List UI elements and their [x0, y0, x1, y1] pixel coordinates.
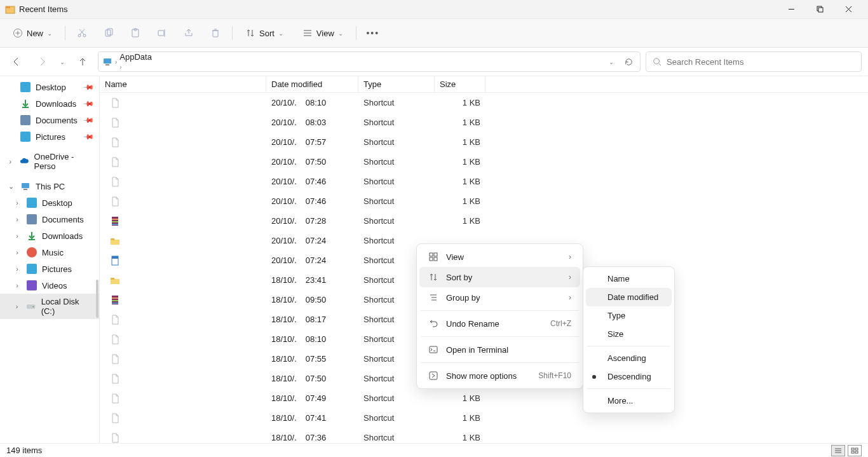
- paste-button[interactable]: [125, 24, 146, 42]
- sidebar-item[interactable]: ›Videos: [0, 277, 99, 294]
- recent-dropdown[interactable]: ⌄: [57, 51, 67, 72]
- chevron-right-icon: ›: [569, 293, 571, 302]
- menu-view[interactable]: View›: [419, 247, 580, 267]
- cut-button[interactable]: [72, 24, 92, 42]
- scrollbar-thumb[interactable]: [96, 280, 98, 318]
- column-size[interactable]: Size: [435, 76, 485, 92]
- chevron-right-icon[interactable]: ›: [13, 265, 22, 273]
- menu-groupby[interactable]: Group by›: [419, 287, 580, 308]
- bullet-icon: [592, 375, 596, 379]
- sidebar-item[interactable]: ›Desktop: [0, 194, 99, 211]
- file-row[interactable]: 20/10/.08:10Shortcut1 KB: [100, 93, 868, 113]
- sidebar-item-thispc[interactable]: ⌄ This PC: [0, 178, 99, 194]
- sidebar-item[interactable]: Documents📌: [0, 112, 99, 128]
- chevron-right-icon[interactable]: ›: [6, 158, 15, 165]
- svg-rect-58: [434, 257, 437, 261]
- file-row[interactable]: 20/10/.07:28Shortcut1 KB: [100, 211, 868, 231]
- menu-undo[interactable]: Undo RenameCtrl+Z: [419, 313, 580, 334]
- svg-line-12: [80, 29, 85, 34]
- more-button[interactable]: •••: [363, 24, 383, 42]
- chevron-right-icon[interactable]: ›: [13, 199, 22, 207]
- file-row[interactable]: 20/10/.07:46Shortcut1 KB: [100, 172, 868, 191]
- status-bar: 149 items: [0, 443, 868, 457]
- file-row[interactable]: 18/10/.07:41Shortcut1 KB: [100, 408, 868, 428]
- svg-rect-62: [430, 346, 437, 353]
- column-type[interactable]: Type: [358, 76, 435, 92]
- svg-rect-42: [112, 256, 118, 259]
- pc-icon: [20, 181, 31, 191]
- sidebar-item[interactable]: Pictures📌: [0, 128, 99, 145]
- menu-sortby[interactable]: Sort by›: [419, 267, 580, 287]
- delete-button[interactable]: [205, 24, 226, 42]
- svg-rect-52: [855, 448, 858, 450]
- file-row[interactable]: 20/10/.07:57Shortcut1 KB: [100, 132, 868, 152]
- svg-rect-1: [6, 6, 10, 8]
- back-button[interactable]: [6, 51, 27, 72]
- chevron-right-icon[interactable]: ›: [13, 232, 22, 240]
- sidebar-item[interactable]: Downloads📌: [0, 95, 99, 112]
- address-bar[interactable]: › This PC›Local Disk (C:)›Users››AppData…: [98, 51, 641, 72]
- new-button[interactable]: New ⌄: [6, 24, 58, 42]
- breadcrumb-segment[interactable]: AppData: [119, 52, 173, 62]
- search-box[interactable]: [646, 51, 862, 72]
- minimize-button[interactable]: [777, 0, 806, 19]
- sort-size[interactable]: Size: [586, 325, 672, 343]
- details-view-button[interactable]: [831, 445, 845, 456]
- chevron-right-icon[interactable]: ›: [13, 282, 22, 289]
- copy-button[interactable]: [98, 24, 119, 42]
- column-name[interactable]: Name: [100, 76, 266, 92]
- chevron-right-icon[interactable]: ›: [13, 215, 22, 223]
- rename-button[interactable]: [152, 24, 172, 42]
- sort-descending[interactable]: Descending: [586, 367, 672, 386]
- separator: [587, 388, 670, 389]
- file-row[interactable]: 20/10/.07:46Shortcut1 KB: [100, 191, 868, 211]
- view-button[interactable]: View ⌄: [296, 24, 349, 42]
- sidebar-item[interactable]: ›Pictures: [0, 261, 99, 277]
- chevron-down-icon: ⌄: [338, 30, 343, 37]
- breadcrumb-segment[interactable]: Roaming: [119, 71, 173, 72]
- search-input[interactable]: [667, 57, 855, 67]
- address-dropdown[interactable]: ⌄: [609, 58, 614, 65]
- menu-more-options[interactable]: Show more optionsShift+F10: [419, 365, 580, 386]
- sort-more[interactable]: More...: [586, 392, 672, 410]
- icons-view-button[interactable]: [848, 445, 862, 456]
- refresh-button[interactable]: [624, 57, 634, 67]
- sidebar-item[interactable]: Desktop📌: [0, 79, 99, 95]
- sort-date[interactable]: Date modified: [586, 288, 672, 306]
- search-icon: [653, 57, 661, 66]
- close-button[interactable]: [834, 0, 863, 19]
- up-button[interactable]: [72, 51, 93, 72]
- sort-button[interactable]: Sort ⌄: [239, 24, 290, 42]
- svg-rect-45: [112, 297, 118, 299]
- sort-type[interactable]: Type: [586, 306, 672, 325]
- sort-submenu: Name Date modified Type Size Ascending D…: [583, 266, 675, 413]
- sidebar-item[interactable]: ›Documents: [0, 211, 99, 228]
- sidebar-item[interactable]: ›Music: [0, 244, 99, 261]
- share-button[interactable]: [179, 24, 199, 42]
- sidebar-item[interactable]: ›Downloads: [0, 228, 99, 244]
- file-row[interactable]: 18/10/.07:36Shortcut1 KB: [100, 428, 868, 443]
- sidebar-item[interactable]: ›Local Disk (C:): [0, 294, 99, 319]
- menu-terminal[interactable]: Open in Terminal: [419, 339, 580, 360]
- shortcut: Shift+F10: [538, 371, 571, 380]
- column-date[interactable]: Date modified: [266, 76, 358, 92]
- cloud-icon: [20, 156, 29, 167]
- chevron-down-icon[interactable]: ⌄: [6, 182, 15, 191]
- window-title: Recent Items: [19, 4, 68, 14]
- forward-button[interactable]: [32, 51, 52, 72]
- chevron-right-icon[interactable]: ›: [13, 249, 22, 256]
- maximize-button[interactable]: [806, 0, 834, 19]
- svg-rect-37: [112, 219, 118, 220]
- file-row[interactable]: 20/10/.08:03Shortcut1 KB: [100, 113, 868, 132]
- file-row[interactable]: 20/10/.07:50Shortcut1 KB: [100, 152, 868, 172]
- context-menu: View› Sort by› Group by› Undo RenameCtrl…: [416, 243, 583, 389]
- svg-rect-20: [213, 31, 218, 37]
- sort-name[interactable]: Name: [586, 269, 672, 288]
- sort-ascending[interactable]: Ascending: [586, 349, 672, 367]
- sort-icon: [428, 272, 438, 282]
- sidebar-label: This PC: [36, 182, 65, 191]
- file-row[interactable]: 18/10/.07:49Shortcut1 KB: [100, 388, 868, 408]
- svg-rect-39: [112, 224, 118, 225]
- chevron-right-icon[interactable]: ›: [13, 303, 21, 310]
- sidebar-item-onedrive[interactable]: › OneDrive - Perso: [0, 149, 99, 174]
